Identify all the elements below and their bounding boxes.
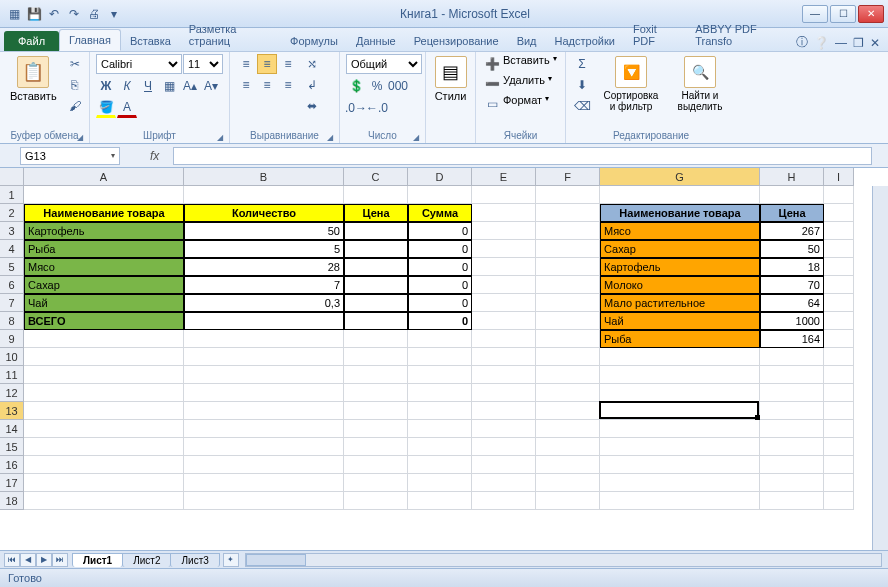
row-header[interactable]: 7	[0, 294, 24, 312]
cell[interactable]	[24, 384, 184, 402]
cell[interactable]	[536, 366, 600, 384]
row-header[interactable]: 17	[0, 474, 24, 492]
launcher-icon[interactable]: ◢	[327, 133, 333, 142]
row-header[interactable]: 15	[0, 438, 24, 456]
inc-decimal-icon[interactable]: .0→	[346, 98, 366, 118]
cell[interactable]	[824, 294, 854, 312]
cell[interactable]: 50	[760, 240, 824, 258]
cell[interactable]: Картофель	[24, 222, 184, 240]
cell[interactable]	[184, 186, 344, 204]
underline-icon[interactable]: Ч	[138, 76, 158, 96]
orientation-icon[interactable]: ⤭	[302, 54, 322, 74]
cell[interactable]	[184, 402, 344, 420]
cell[interactable]	[536, 492, 600, 510]
cell[interactable]	[472, 294, 536, 312]
cell[interactable]	[472, 204, 536, 222]
align-top-icon[interactable]: ≡	[236, 54, 256, 74]
column-header[interactable]: E	[472, 168, 536, 186]
cell[interactable]: 267	[760, 222, 824, 240]
namebox-dropdown-icon[interactable]: ▾	[111, 151, 115, 160]
cell[interactable]	[24, 366, 184, 384]
cell[interactable]	[408, 330, 472, 348]
sheet-tab[interactable]: Лист1	[72, 553, 123, 567]
cell[interactable]: 0	[408, 294, 472, 312]
cell[interactable]: 70	[760, 276, 824, 294]
cell[interactable]: Наименование товара	[24, 204, 184, 222]
cell[interactable]	[824, 420, 854, 438]
cell[interactable]: 7	[184, 276, 344, 294]
font-color-icon[interactable]: A	[117, 98, 137, 118]
comma-icon[interactable]: 000	[388, 76, 408, 96]
help-icon[interactable]: ❔	[814, 36, 829, 50]
cell[interactable]	[344, 186, 408, 204]
cell[interactable]: 0	[408, 312, 472, 330]
new-sheet-button[interactable]: ✦	[223, 553, 239, 567]
shrink-font-icon[interactable]: A▾	[201, 76, 221, 96]
cell[interactable]	[536, 222, 600, 240]
fill-color-icon[interactable]: 🪣	[96, 98, 116, 118]
cell[interactable]	[600, 474, 760, 492]
cell[interactable]	[600, 492, 760, 510]
cell[interactable]	[408, 366, 472, 384]
column-header[interactable]: H	[760, 168, 824, 186]
minimize-button[interactable]: —	[802, 5, 828, 23]
styles-button[interactable]: ▤ Стили	[432, 54, 469, 104]
cell[interactable]	[408, 492, 472, 510]
cell[interactable]	[472, 492, 536, 510]
cell[interactable]	[472, 330, 536, 348]
cell[interactable]	[184, 492, 344, 510]
doc-min-icon[interactable]: —	[835, 36, 847, 50]
fx-icon[interactable]: fx	[150, 149, 159, 163]
cell[interactable]	[536, 204, 600, 222]
cell[interactable]	[344, 276, 408, 294]
cell[interactable]	[344, 492, 408, 510]
cell[interactable]	[408, 384, 472, 402]
cell[interactable]	[600, 456, 760, 474]
cell[interactable]	[600, 384, 760, 402]
column-header[interactable]: G	[600, 168, 760, 186]
tab-foxit[interactable]: Foxit PDF	[624, 19, 686, 51]
row-header[interactable]: 4	[0, 240, 24, 258]
cell[interactable]	[760, 384, 824, 402]
cell[interactable]	[24, 186, 184, 204]
cell[interactable]	[472, 402, 536, 420]
worksheet-grid[interactable]: ABCDEFGHI 123456789101112131415161718 На…	[0, 168, 888, 550]
align-bot-icon[interactable]: ≡	[278, 54, 298, 74]
row-header[interactable]: 13	[0, 402, 24, 420]
sheet-nav-last[interactable]: ⏭	[52, 553, 68, 567]
cell[interactable]	[824, 258, 854, 276]
cell[interactable]	[600, 438, 760, 456]
cell[interactable]	[824, 312, 854, 330]
cell[interactable]	[824, 492, 854, 510]
cell[interactable]	[824, 240, 854, 258]
cell[interactable]: Мясо	[24, 258, 184, 276]
cell[interactable]: Сахар	[600, 240, 760, 258]
column-header[interactable]: D	[408, 168, 472, 186]
cell[interactable]	[760, 186, 824, 204]
launcher-icon[interactable]: ◢	[77, 133, 83, 142]
tab-formulas[interactable]: Формулы	[281, 31, 347, 51]
cell[interactable]	[344, 330, 408, 348]
tab-review[interactable]: Рецензирование	[405, 31, 508, 51]
cell[interactable]	[344, 294, 408, 312]
cell[interactable]	[536, 438, 600, 456]
align-mid-icon[interactable]: ≡	[257, 54, 277, 74]
sheet-tab[interactable]: Лист2	[122, 553, 171, 567]
save-icon[interactable]: 💾	[26, 6, 42, 22]
cell[interactable]	[536, 384, 600, 402]
cell[interactable]	[536, 348, 600, 366]
row-header[interactable]: 12	[0, 384, 24, 402]
sheet-nav-first[interactable]: ⏮	[4, 553, 20, 567]
cell[interactable]: 50	[184, 222, 344, 240]
cell[interactable]: Рыба	[600, 330, 760, 348]
qat-dropdown-icon[interactable]: ▾	[106, 6, 122, 22]
row-header[interactable]: 2	[0, 204, 24, 222]
cell[interactable]	[184, 384, 344, 402]
cell[interactable]	[536, 402, 600, 420]
row-header[interactable]: 14	[0, 420, 24, 438]
cell[interactable]	[472, 420, 536, 438]
select-all-corner[interactable]	[0, 168, 24, 186]
cell[interactable]: 28	[184, 258, 344, 276]
cell[interactable]	[536, 456, 600, 474]
vertical-scrollbar[interactable]	[872, 186, 888, 550]
